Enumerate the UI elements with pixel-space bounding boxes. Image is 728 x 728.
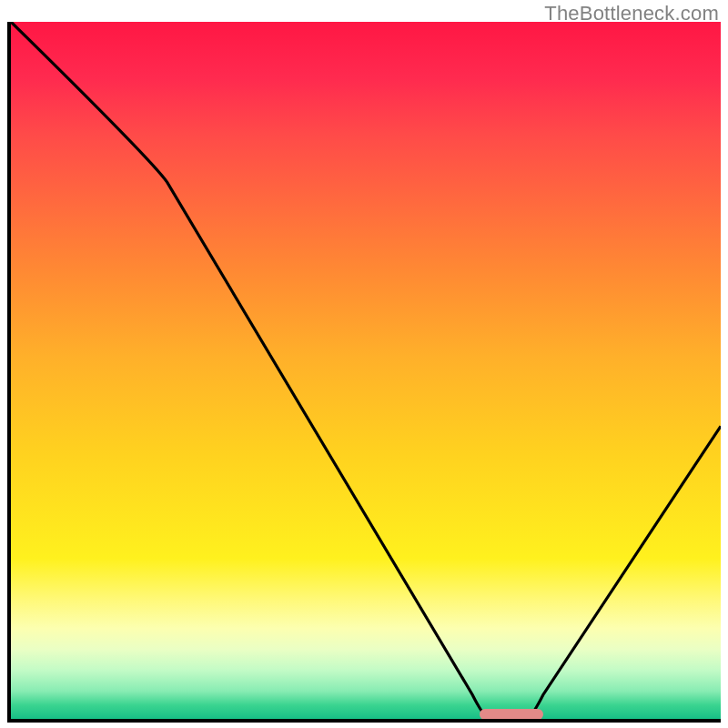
watermark-text: TheBottleneck.com xyxy=(544,2,719,25)
optimal-point-marker xyxy=(480,709,543,720)
chart-container: TheBottleneck.com xyxy=(0,0,728,728)
plot-area xyxy=(7,22,721,723)
bottleneck-curve xyxy=(11,22,721,719)
